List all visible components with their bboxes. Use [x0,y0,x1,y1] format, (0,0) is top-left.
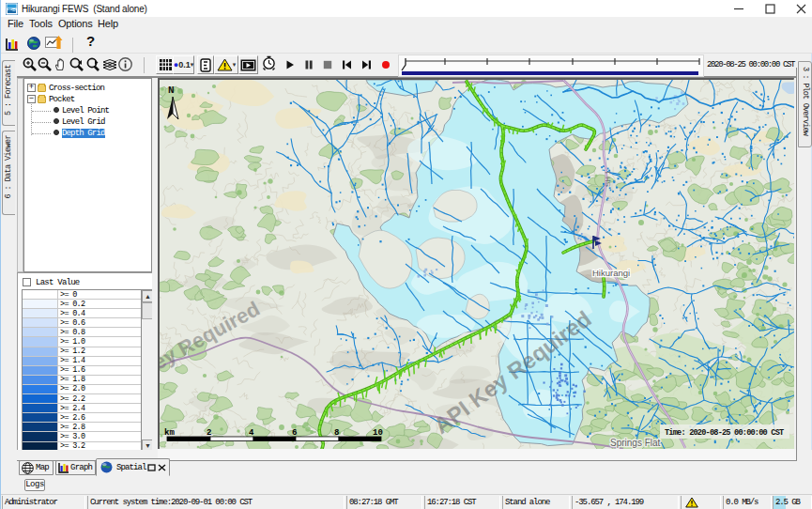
svg-text:4: 4 [249,428,254,438]
svg-text:SH 1: SH 1 [604,170,612,187]
svg-text:Time: 2020-08-25 00:00:00 CST: Time: 2020-08-25 00:00:00 CST [665,428,784,438]
svg-text:km: km [164,428,175,438]
svg-text:Springs Flat: Springs Flat [610,438,661,448]
svg-text:6: 6 [292,428,297,438]
svg-text:N: N [168,85,175,96]
svg-text:2: 2 [207,428,211,438]
svg-text:Hikurangi: Hikurangi [592,268,630,278]
svg-text:10: 10 [373,428,383,438]
svg-text:8: 8 [334,428,339,438]
